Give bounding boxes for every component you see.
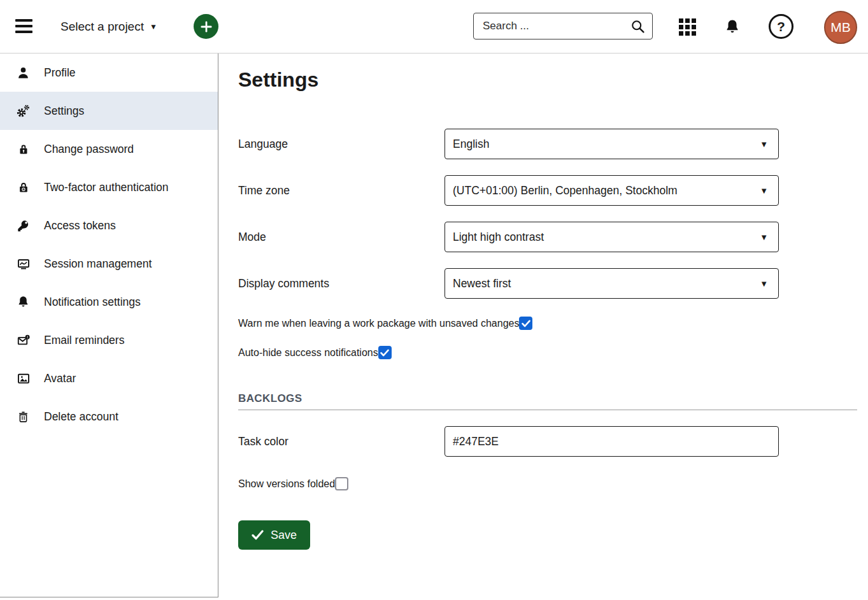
search-icon[interactable] — [630, 18, 646, 34]
image-icon — [16, 372, 31, 385]
chevron-down-icon: ▼ — [760, 232, 768, 242]
sidebar-item-label: Session management — [44, 257, 152, 271]
display-comments-select[interactable]: Newest first ▼ — [445, 268, 779, 299]
check-icon — [522, 320, 530, 327]
sidebar-item-label: Profile — [44, 66, 76, 80]
display-comments-row: Display comments Newest first ▼ — [238, 268, 857, 299]
sidebar-item-label: Notification settings — [44, 296, 141, 309]
save-button-label: Save — [271, 529, 297, 542]
mode-select[interactable]: Light high contrast ▼ — [445, 222, 779, 252]
mode-select-value: Light high contrast — [453, 231, 544, 244]
sidebar-item-label: Access tokens — [44, 219, 116, 232]
check-icon — [380, 349, 389, 357]
key-icon — [16, 219, 31, 232]
sidebar-item-email-reminders[interactable]: Email reminders — [0, 321, 218, 359]
task-color-label: Task color — [238, 431, 445, 452]
task-color-input[interactable] — [445, 426, 779, 457]
search-input[interactable] — [474, 20, 630, 32]
timezone-select[interactable]: (UTC+01:00) Berlin, Copenhagen, Stockhol… — [445, 175, 779, 206]
bell-icon — [724, 18, 741, 36]
sidebar-item-label: Settings — [44, 104, 84, 118]
account-sidebar: Profile Settings Change password — [0, 54, 218, 597]
sidebar-item-label: Two-factor authentication — [44, 181, 169, 194]
sidebar-item-session-management[interactable]: Session management — [0, 245, 218, 283]
lock-icon — [16, 143, 31, 156]
monitor-icon — [16, 257, 31, 271]
language-select[interactable]: English ▼ — [445, 129, 779, 159]
sidebar-item-access-tokens[interactable]: Access tokens — [0, 206, 218, 245]
warn-unsaved-row: Warn me when leaving a work package with… — [238, 317, 857, 330]
sidebar-item-label: Email reminders — [44, 334, 124, 347]
sidebar-item-profile[interactable]: Profile — [0, 54, 218, 92]
backlogs-section-heading: BACKLOGS — [238, 392, 857, 405]
timezone-select-value: (UTC+01:00) Berlin, Copenhagen, Stockhol… — [453, 184, 678, 197]
gears-icon — [16, 104, 31, 118]
timezone-row: Time zone (UTC+01:00) Berlin, Copenhagen… — [238, 175, 857, 206]
apps-grid-icon — [679, 18, 683, 23]
add-project-button[interactable] — [194, 14, 218, 39]
autohide-label: Auto-hide success notifications — [238, 347, 378, 359]
mode-label: Mode — [238, 227, 445, 247]
chevron-down-icon: ▼ — [760, 279, 768, 289]
topbar: Select a project ▼ ? MB — [0, 0, 868, 54]
autohide-row: Auto-hide success notifications — [238, 346, 857, 359]
page-title: Settings — [238, 66, 868, 94]
timezone-label: Time zone — [238, 180, 445, 201]
language-label: Language — [238, 134, 445, 154]
check-icon — [252, 530, 264, 540]
project-selector[interactable]: Select a project ▼ — [60, 0, 157, 53]
sidebar-item-avatar[interactable]: Avatar — [0, 359, 218, 397]
lock-2fa-icon — [16, 181, 31, 194]
sidebar-item-label: Delete account — [44, 410, 118, 424]
plus-icon — [199, 20, 213, 34]
modules-menu-button[interactable] — [679, 18, 696, 36]
sidebar-item-notification-settings[interactable]: Notification settings — [0, 283, 218, 321]
sidebar-item-label: Avatar — [44, 372, 76, 385]
settings-page: Settings Language English ▼ Time zone (U… — [219, 54, 868, 600]
help-icon: ? — [777, 19, 785, 34]
language-select-value: English — [453, 138, 489, 151]
global-search — [473, 13, 653, 39]
warn-unsaved-checkbox[interactable] — [519, 317, 532, 330]
versions-folded-checkbox[interactable] — [335, 477, 348, 490]
hamburger-menu-button[interactable] — [15, 19, 32, 33]
sidebar-item-two-factor[interactable]: Two-factor authentication — [0, 168, 218, 206]
chevron-down-icon: ▼ — [760, 186, 768, 196]
save-button[interactable]: Save — [238, 520, 310, 550]
hamburger-icon — [15, 19, 32, 22]
task-color-row: Task color — [238, 426, 857, 457]
mode-row: Mode Light high contrast ▼ — [238, 222, 857, 252]
bell-icon — [16, 295, 31, 309]
display-comments-select-value: Newest first — [453, 277, 511, 290]
chevron-down-icon: ▼ — [760, 139, 768, 149]
user-icon — [16, 66, 31, 80]
warn-unsaved-label: Warn me when leaving a work package with… — [238, 318, 519, 329]
notifications-button[interactable] — [724, 18, 741, 38]
envelope-badge-icon — [16, 334, 31, 347]
section-divider — [238, 410, 857, 410]
hamburger-icon — [15, 31, 32, 33]
help-button[interactable]: ? — [769, 14, 793, 39]
versions-folded-label: Show versions folded — [238, 478, 335, 490]
display-comments-label: Display comments — [238, 273, 445, 294]
versions-folded-row: Show versions folded — [238, 477, 857, 490]
hamburger-icon — [15, 25, 32, 27]
sidebar-item-settings[interactable]: Settings — [0, 92, 218, 130]
autohide-checkbox[interactable] — [378, 346, 392, 359]
settings-form: Language English ▼ Time zone (UTC+01:00)… — [238, 129, 857, 550]
sidebar-item-change-password[interactable]: Change password — [0, 130, 218, 168]
language-row: Language English ▼ — [238, 129, 857, 159]
sidebar-item-delete-account[interactable]: Delete account — [0, 397, 218, 436]
user-avatar[interactable]: MB — [824, 11, 857, 44]
trash-icon — [16, 410, 31, 424]
project-selector-label: Select a project — [60, 20, 144, 34]
sidebar-item-label: Change password — [44, 143, 134, 156]
chevron-down-icon: ▼ — [150, 23, 157, 31]
avatar-initials: MB — [830, 20, 851, 35]
